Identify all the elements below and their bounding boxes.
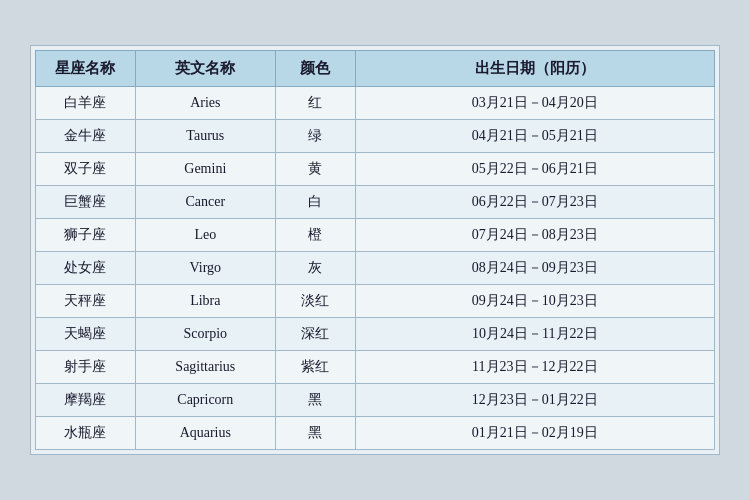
cell-en-name: Virgo <box>135 252 275 285</box>
cell-en-name: Leo <box>135 219 275 252</box>
cell-en-name: Aquarius <box>135 417 275 450</box>
table-row: 巨蟹座Cancer白06月22日－07月23日 <box>36 186 715 219</box>
cell-zh-name: 天秤座 <box>36 285 136 318</box>
table-row: 水瓶座Aquarius黑01月21日－02月19日 <box>36 417 715 450</box>
cell-color: 灰 <box>275 252 355 285</box>
header-birthdate: 出生日期（阳历） <box>355 51 714 87</box>
cell-date: 12月23日－01月22日 <box>355 384 714 417</box>
cell-en-name: Capricorn <box>135 384 275 417</box>
cell-color: 橙 <box>275 219 355 252</box>
cell-color: 红 <box>275 87 355 120</box>
cell-en-name: Sagittarius <box>135 351 275 384</box>
table-row: 摩羯座Capricorn黑12月23日－01月22日 <box>36 384 715 417</box>
cell-en-name: Gemini <box>135 153 275 186</box>
cell-date: 11月23日－12月22日 <box>355 351 714 384</box>
cell-date: 01月21日－02月19日 <box>355 417 714 450</box>
cell-en-name: Scorpio <box>135 318 275 351</box>
cell-zh-name: 天蝎座 <box>36 318 136 351</box>
cell-color: 黑 <box>275 417 355 450</box>
cell-date: 10月24日－11月22日 <box>355 318 714 351</box>
cell-zh-name: 水瓶座 <box>36 417 136 450</box>
cell-zh-name: 双子座 <box>36 153 136 186</box>
table-row: 白羊座Aries红03月21日－04月20日 <box>36 87 715 120</box>
cell-color: 黄 <box>275 153 355 186</box>
cell-date: 08月24日－09月23日 <box>355 252 714 285</box>
cell-color: 淡红 <box>275 285 355 318</box>
cell-date: 07月24日－08月23日 <box>355 219 714 252</box>
cell-zh-name: 射手座 <box>36 351 136 384</box>
table-row: 狮子座Leo橙07月24日－08月23日 <box>36 219 715 252</box>
table-row: 双子座Gemini黄05月22日－06月21日 <box>36 153 715 186</box>
cell-date: 03月21日－04月20日 <box>355 87 714 120</box>
table-row: 金牛座Taurus绿04月21日－05月21日 <box>36 120 715 153</box>
table-body: 白羊座Aries红03月21日－04月20日金牛座Taurus绿04月21日－0… <box>36 87 715 450</box>
header-zh-name: 星座名称 <box>36 51 136 87</box>
zodiac-table-container: 星座名称 英文名称 颜色 出生日期（阳历） 白羊座Aries红03月21日－04… <box>30 45 720 455</box>
cell-date: 09月24日－10月23日 <box>355 285 714 318</box>
zodiac-table: 星座名称 英文名称 颜色 出生日期（阳历） 白羊座Aries红03月21日－04… <box>35 50 715 450</box>
cell-en-name: Taurus <box>135 120 275 153</box>
header-color: 颜色 <box>275 51 355 87</box>
cell-en-name: Cancer <box>135 186 275 219</box>
cell-color: 黑 <box>275 384 355 417</box>
table-row: 射手座Sagittarius紫红11月23日－12月22日 <box>36 351 715 384</box>
cell-zh-name: 白羊座 <box>36 87 136 120</box>
cell-zh-name: 巨蟹座 <box>36 186 136 219</box>
cell-en-name: Aries <box>135 87 275 120</box>
table-header-row: 星座名称 英文名称 颜色 出生日期（阳历） <box>36 51 715 87</box>
header-en-name: 英文名称 <box>135 51 275 87</box>
cell-date: 05月22日－06月21日 <box>355 153 714 186</box>
cell-color: 绿 <box>275 120 355 153</box>
cell-date: 04月21日－05月21日 <box>355 120 714 153</box>
cell-color: 深红 <box>275 318 355 351</box>
cell-zh-name: 摩羯座 <box>36 384 136 417</box>
cell-zh-name: 金牛座 <box>36 120 136 153</box>
cell-en-name: Libra <box>135 285 275 318</box>
table-row: 处女座Virgo灰08月24日－09月23日 <box>36 252 715 285</box>
cell-zh-name: 处女座 <box>36 252 136 285</box>
cell-color: 白 <box>275 186 355 219</box>
cell-color: 紫红 <box>275 351 355 384</box>
cell-date: 06月22日－07月23日 <box>355 186 714 219</box>
table-row: 天秤座Libra淡红09月24日－10月23日 <box>36 285 715 318</box>
table-row: 天蝎座Scorpio深红10月24日－11月22日 <box>36 318 715 351</box>
cell-zh-name: 狮子座 <box>36 219 136 252</box>
